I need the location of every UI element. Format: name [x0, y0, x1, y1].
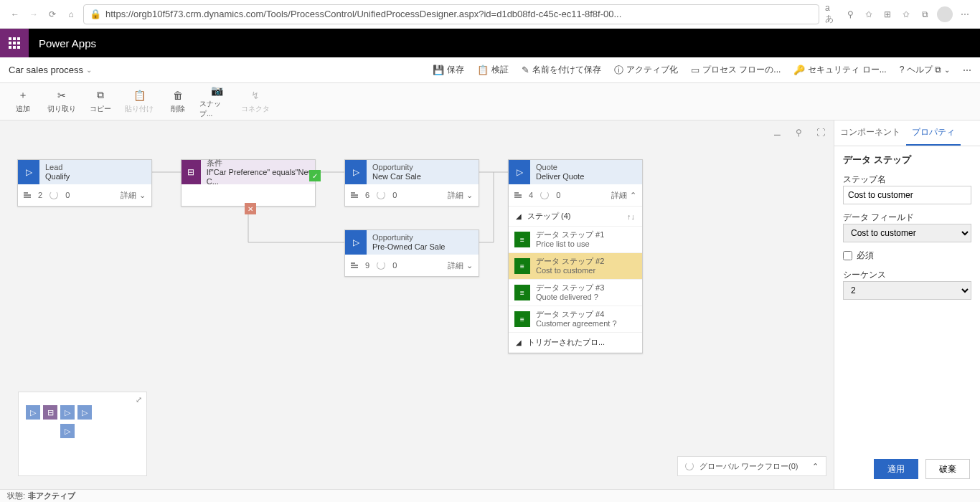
minimap[interactable]: ⤢ ▷ ⊟ ▷ ▷ ▷ [18, 392, 147, 476]
required-checkbox[interactable] [843, 251, 852, 260]
spinner-icon [50, 191, 58, 199]
step-icon: ≡ [514, 285, 530, 300]
stage-lead[interactable]: ▷ LeadQualify 2 0 詳細 ⌄ [17, 159, 152, 207]
section-title: データ ステップ [843, 153, 971, 166]
translate-icon[interactable]: aあ [825, 8, 838, 21]
sequence-select[interactable]: 2 [843, 281, 971, 300]
detail-button[interactable]: 詳細 ⌄ [448, 260, 473, 271]
order-flow-button[interactable]: ▭プロセス フローの... [691, 64, 781, 76]
step-icon: ≡ [514, 258, 530, 274]
overflow-button[interactable]: ⋯ [963, 65, 971, 75]
triggered-processes[interactable]: ◢ トリガーされたプロ... [509, 333, 642, 353]
help-button[interactable]: ? ヘルプ ⧉⌄ [900, 64, 950, 76]
app-name: Power Apps [39, 37, 96, 49]
activate-button[interactable]: ⓘアクティブ化 [614, 64, 678, 77]
delete-button[interactable]: 🗑削除 [161, 90, 195, 114]
cut-button[interactable]: ✂切り取り [44, 90, 79, 114]
paste-button[interactable]: 📋貼り付け [122, 90, 156, 114]
stage-icon: ▷ [345, 230, 367, 255]
global-workflow[interactable]: グローバル ワークフロー(0) ⌃ [677, 456, 826, 476]
data-step-4[interactable]: ≡ データ ステップ #4Customer agreement ? [509, 306, 642, 333]
triangle-icon: ◢ [516, 212, 522, 220]
chevron-down-icon: ⌄ [86, 66, 92, 74]
step-name-input[interactable] [843, 186, 971, 204]
zoom-out-icon[interactable]: ⚊ [773, 128, 781, 138]
snapshot-button[interactable]: 📷スナップ... [199, 85, 234, 119]
sequence-label: シーケンス [843, 270, 886, 280]
app-header: Power Apps [0, 29, 980, 57]
more-icon[interactable]: ⋯ [958, 8, 971, 21]
apply-button[interactable]: 適用 [874, 459, 918, 479]
zoom-out-browser-icon[interactable]: ⚲ [844, 8, 857, 21]
reorder-icon[interactable]: ↑↓ [627, 212, 635, 221]
stage-condition[interactable]: ⊟ 条件If"Car Preference" equals"New C... ✓… [181, 159, 316, 207]
fit-icon[interactable]: ⛶ [816, 128, 825, 138]
app-launcher-icon[interactable] [0, 29, 29, 57]
url-box[interactable]: 🔒 https://orgb10f5f73.crm.dynamics.com/T… [83, 4, 819, 24]
data-field-label: データ フィールド [843, 212, 914, 222]
tab-components[interactable]: コンポーネント [834, 120, 906, 146]
forward-icon[interactable]: → [27, 8, 40, 21]
no-badge: ✕ [245, 203, 256, 214]
paste-icon: 📋 [133, 90, 146, 101]
tab-properties[interactable]: プロパティ [906, 120, 961, 146]
back-icon[interactable]: ← [9, 8, 22, 21]
data-step-3[interactable]: ≡ データ ステップ #3Quote delivered ? [509, 280, 642, 306]
steps-icon [351, 262, 358, 268]
expand-icon[interactable]: ⤢ [136, 395, 142, 404]
spinner-icon [377, 261, 385, 270]
home-icon[interactable]: ⌂ [65, 8, 77, 21]
stage-opportunity-new[interactable]: ▷ OpportunityNew Car Sale 6 0 詳細 ⌄ [344, 159, 479, 207]
step-icon: ≡ [514, 311, 530, 327]
spinner-icon [540, 191, 549, 199]
stage-opportunity-used[interactable]: ▷ OpportunityPre-Owned Car Sale 9 0 詳細 ⌄ [344, 229, 479, 277]
mini-stage: ▷ [77, 405, 92, 420]
save-as-button[interactable]: ✎名前を付けて保存 [522, 64, 601, 76]
status-value: 非アクティブ [28, 491, 75, 501]
canvas[interactable]: ⚊ ⚲ ⛶ ▷ LeadQualify 2 0 詳細 ⌄ [0, 120, 834, 489]
validate-button[interactable]: 📋検証 [477, 64, 509, 76]
security-button[interactable]: 🔑セキュリティ ロー... [793, 64, 886, 76]
condition-icon: ⊟ [182, 160, 201, 184]
discard-button[interactable]: 破棄 [925, 459, 970, 479]
zoom-in-icon[interactable]: ⚲ [796, 128, 802, 138]
command-bar: Car sales process ⌄ 💾保存 📋検証 ✎名前を付けて保存 ⓘア… [0, 57, 980, 83]
lock-icon: 🔒 [90, 9, 101, 19]
mini-condition: ⊟ [43, 405, 57, 420]
save-icon: 💾 [433, 65, 444, 75]
steps-header[interactable]: ◢ ステップ (4) ↑↓ [509, 207, 642, 227]
url-text: https://orgb10f5f73.crm.dynamics.com/Too… [105, 9, 621, 19]
detail-button[interactable]: 詳細 ⌃ [611, 190, 636, 201]
connector-button[interactable]: ↯コネクタ [238, 90, 273, 114]
zoom-controls: ⚊ ⚲ ⛶ [773, 128, 825, 138]
mini-stage: ▷ [60, 405, 75, 420]
delete-icon: 🗑 [173, 90, 183, 101]
stage-icon: ▷ [509, 160, 530, 184]
collections-icon[interactable]: ⧉ [918, 8, 931, 21]
extensions-icon[interactable]: ⊞ [881, 8, 894, 21]
detail-button[interactable]: 詳細 ⌄ [121, 190, 146, 201]
step-name-label: ステップ名 [843, 174, 886, 184]
stage-quote[interactable]: ▷ QuoteDeliver Quote 4 0 詳細 ⌃ ◢ ステップ (4)… [508, 159, 643, 354]
favorites-bar-icon[interactable]: ✩ [900, 8, 913, 21]
spinner-icon [685, 462, 694, 470]
required-label: 必須 [857, 250, 874, 262]
data-step-2[interactable]: ≡ データ ステップ #2Cost to customer [509, 253, 642, 280]
workspace: ⚊ ⚲ ⛶ ▷ LeadQualify 2 0 詳細 ⌄ [0, 120, 980, 489]
profile-icon[interactable] [937, 6, 953, 22]
detail-button[interactable]: 詳細 ⌄ [448, 190, 473, 201]
favorite-icon[interactable]: ✩ [862, 8, 875, 21]
connector-icon: ↯ [251, 90, 260, 101]
process-name-dropdown[interactable]: Car sales process ⌄ [9, 65, 92, 75]
save-button[interactable]: 💾保存 [433, 64, 464, 76]
steps-icon [514, 192, 522, 198]
steps-icon [24, 192, 31, 198]
refresh-icon[interactable]: ⟳ [46, 8, 59, 21]
add-button[interactable]: ＋追加 [6, 90, 40, 114]
chevron-up-icon: ⌃ [812, 462, 819, 471]
copy-button[interactable]: ⧉コピー [83, 90, 118, 114]
status-bar: 状態: 非アクティブ [0, 489, 980, 502]
data-field-select[interactable]: Cost to customer [843, 224, 971, 242]
data-step-1[interactable]: ≡ データ ステップ #1Price list to use [509, 227, 642, 253]
cut-icon: ✂ [57, 90, 66, 101]
